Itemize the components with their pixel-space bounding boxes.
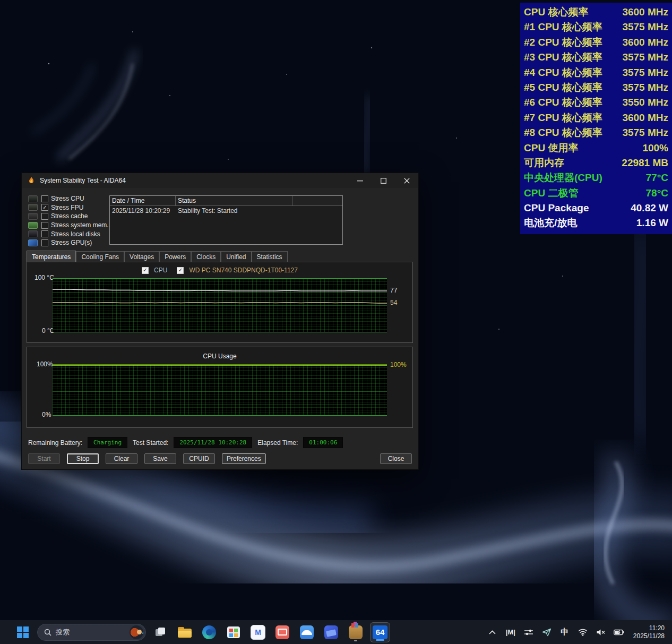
sensor-value: 3575 MHz (622, 125, 668, 140)
system-stability-test-window: System Stability Test - AIDA64 Stress CP… (21, 173, 419, 470)
sensor-row-2: #2 CPU 核心频率3600 MHz (524, 35, 668, 50)
stress-item-label: Stress CPU (51, 195, 84, 202)
sensor-value: 3575 MHz (622, 50, 668, 65)
sensor-row-13: CPU Package40.82 W (524, 201, 668, 216)
minimize-button[interactable] (348, 173, 372, 188)
button-stop[interactable]: Stop (67, 453, 99, 464)
wifi-button[interactable] (575, 623, 591, 641)
checkbox[interactable] (41, 239, 48, 246)
sensor-row-3: #3 CPU 核心频率3575 MHz (524, 50, 668, 65)
tray-ime-button[interactable]: 中 (557, 623, 573, 641)
m-app-button[interactable]: M (248, 622, 268, 642)
log-row-status: Stability Test: Started (176, 206, 292, 216)
log-row[interactable]: 2025/11/28 10:20:29 Stability Test: Star… (110, 206, 342, 216)
tab-clocks[interactable]: Clocks (191, 251, 221, 262)
task-view-button[interactable] (150, 622, 170, 642)
window-titlebar[interactable]: System Stability Test - AIDA64 (22, 173, 418, 188)
sensor-row-10: 可用内存22981 MB (524, 156, 668, 170)
button-clear[interactable]: Clear (106, 453, 137, 464)
usage-axis-min-label: 0% (42, 411, 51, 418)
legend-checkbox[interactable] (142, 267, 149, 274)
file-explorer-icon (178, 627, 192, 638)
tab-cooling-fans[interactable]: Cooling Fans (76, 251, 124, 262)
checkbox[interactable] (41, 230, 48, 237)
maximize-button[interactable] (372, 173, 395, 188)
tray-chevron-up-button[interactable] (485, 623, 501, 641)
status-field-value: Charging (88, 437, 127, 448)
toolbox-app-button[interactable] (346, 622, 366, 642)
legend-checkbox[interactable] (177, 267, 184, 274)
sensor-row-12: CPU 二极管78°C (524, 186, 668, 201)
clock-date: 2025/11/28 (633, 632, 665, 640)
close-button[interactable] (395, 173, 418, 188)
volume-button[interactable] (593, 623, 609, 641)
sensor-label: 电池充/放电 (524, 216, 577, 230)
window-button-row: StartStopClearSaveCPUIDPreferencesClose (28, 453, 412, 464)
stress-item-label: Stress GPU(s) (51, 239, 92, 246)
tab-statistics[interactable]: Statistics (252, 251, 288, 262)
log-column-status[interactable]: Status (176, 196, 292, 205)
status-field-value: 2025/11/28 10:20:28 (174, 437, 252, 448)
sensor-row-6: #6 CPU 核心频率3550 MHz (524, 95, 668, 110)
aida64-flame-icon (27, 176, 36, 185)
search-placeholder: 搜索 (56, 628, 70, 637)
sensor-value: 100% (642, 141, 668, 156)
wallet-app-button[interactable] (321, 622, 341, 642)
button-preferences[interactable]: Preferences (222, 453, 266, 464)
cloud-app-button[interactable] (297, 622, 317, 642)
button-cpuid[interactable]: CPUID (183, 453, 215, 464)
cpu-temp-value-label: 77 (390, 287, 397, 294)
mail-app-button[interactable] (272, 622, 292, 642)
legend-item[interactable]: CPU (142, 267, 167, 274)
bing-daily-icon[interactable] (130, 625, 143, 639)
aida64-sensor-panel: CPU 核心频率3600 MHz#1 CPU 核心频率3575 MHz#2 CP… (520, 3, 672, 234)
checkbox[interactable] (41, 195, 48, 202)
tab-voltages[interactable]: Voltages (124, 251, 159, 262)
log-column-datetime[interactable]: Date / Time (110, 196, 176, 205)
tab-unified[interactable]: Unified (221, 251, 251, 262)
checkbox[interactable] (41, 204, 48, 211)
checkbox[interactable] (41, 213, 48, 220)
store-button[interactable] (223, 622, 244, 642)
sensor-row-7: #7 CPU 核心频率3600 MHz (524, 110, 668, 125)
tray-m-button[interactable]: |M| (503, 623, 519, 641)
sensor-row-8: #8 CPU 核心频率3575 MHz (524, 125, 668, 140)
sensor-label: CPU 使用率 (524, 141, 578, 156)
temp-axis-max-label: 100 °C (35, 274, 54, 281)
test-log-table[interactable]: Date / Time Status 2025/11/28 10:20:29 S… (109, 195, 343, 245)
usage-axis-max-label: 100% (37, 360, 53, 368)
aida64-app-button[interactable]: 64 (370, 622, 390, 642)
store-icon (227, 626, 240, 638)
edge-button[interactable] (199, 622, 219, 642)
button-save[interactable]: Save (144, 453, 176, 464)
sensor-value: 77°C (646, 170, 668, 185)
sensor-value: 1.16 W (636, 216, 668, 230)
cpu-icon (28, 195, 38, 202)
sensor-label: #8 CPU 核心频率 (524, 125, 602, 140)
battery-button[interactable] (611, 623, 627, 641)
legend-label: WD PC SN740 SDDPNQD-1T00-1127 (189, 267, 298, 274)
tab-temperatures[interactable]: Temperatures (27, 251, 76, 262)
sensor-row-4: #4 CPU 核心频率3575 MHz (524, 65, 668, 80)
sensor-label: #7 CPU 核心频率 (524, 110, 602, 125)
sensor-label: CPU 二极管 (524, 186, 578, 201)
file-explorer-button[interactable] (175, 622, 195, 642)
tray-mixer-button[interactable] (521, 623, 537, 641)
cpu-usage-chart (53, 364, 387, 416)
legend-item[interactable]: WD PC SN740 SDDPNQD-1T00-1127 (177, 267, 298, 274)
chart-tabs: TemperaturesCooling FansVoltagesPowersCl… (27, 251, 288, 262)
mail-app-icon (275, 625, 289, 639)
test-status-row: Remaining Battery:ChargingTest Started:2… (28, 437, 343, 448)
search-input[interactable]: 搜索 (37, 624, 146, 641)
checkbox[interactable] (41, 222, 48, 229)
sensor-value: 78°C (646, 186, 668, 201)
tab-powers[interactable]: Powers (159, 251, 191, 262)
sensor-value: 3600 MHz (622, 110, 668, 125)
taskbar-clock[interactable]: 11:20 2025/11/28 (629, 624, 665, 640)
status-field-label: Remaining Battery: (28, 439, 82, 446)
button-close[interactable]: Close (380, 453, 412, 464)
tray-share-button[interactable] (539, 623, 555, 641)
start-button[interactable] (13, 622, 33, 642)
stress-item-label: Stress system mem... (51, 221, 112, 229)
button-start[interactable]: Start (28, 453, 60, 464)
